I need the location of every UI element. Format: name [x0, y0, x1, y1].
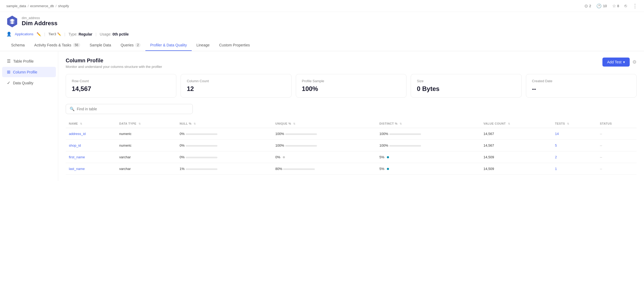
unique-bar [283, 168, 315, 170]
cell-unique: 100% [272, 128, 376, 140]
unique-pct-value: 80% [275, 167, 282, 171]
sort-unique-icon[interactable]: ⇅ [293, 122, 296, 125]
sidebar: ☰ Table Profile ⊞ Column Profile ✓ Data … [0, 51, 58, 181]
tab-lineage[interactable]: Lineage [192, 40, 214, 51]
null-pct-value: 0% [180, 132, 185, 136]
status-value: -- [600, 132, 602, 136]
cell-distinct: 100% [376, 128, 480, 140]
breadcrumb-sep-2: / [56, 4, 57, 8]
sidebar-item-data-quality[interactable]: ✓ Data Quality [2, 78, 56, 88]
star-button[interactable]: ☆ 8 [612, 3, 619, 8]
activity-badge: 56 [73, 43, 80, 47]
share-button[interactable]: ⎋ [624, 3, 627, 8]
settings-icon[interactable]: ⚙ [632, 59, 637, 65]
history-button[interactable]: 🕐 10 [596, 3, 607, 8]
sort-tests-icon[interactable]: ⇅ [567, 122, 569, 125]
distinct-dot [387, 168, 389, 170]
entity-header: dim_address Dim Address [0, 12, 644, 30]
more-options-button[interactable]: ⋮ [632, 3, 638, 9]
cell-tests: 14 [552, 128, 597, 140]
cell-datatype: varchar [116, 163, 176, 175]
edit-tier-icon[interactable]: ✏️ [57, 32, 61, 36]
applications-link[interactable]: Applications [15, 32, 33, 36]
tests-link[interactable]: 5 [555, 143, 557, 147]
breadcrumb-sep-1: / [28, 4, 29, 8]
tests-link[interactable]: 2 [555, 155, 557, 159]
status-value: -- [600, 155, 602, 159]
unique-bar [285, 145, 317, 147]
tab-activity-feeds[interactable]: Activity Feeds & Tasks 56 [29, 40, 85, 51]
add-test-button[interactable]: Add Test ▾ [602, 58, 630, 67]
stat-label-profile-sample: Profile Sample [302, 79, 400, 83]
sort-null-icon[interactable]: ⇅ [194, 122, 196, 125]
unique-pct-value: 100% [275, 143, 284, 147]
search-input[interactable] [77, 107, 189, 111]
sort-distinct-icon[interactable]: ⇅ [400, 122, 402, 125]
distinct-pct-value: 100% [379, 143, 388, 147]
tab-queries[interactable]: Queries 2 [116, 40, 145, 51]
entity-title: Dim Address [22, 20, 57, 27]
watch-button[interactable]: ⊙ 2 [584, 3, 591, 8]
tab-schema[interactable]: Schema [6, 40, 29, 51]
main-content: ☰ Table Profile ⊞ Column Profile ✓ Data … [0, 51, 644, 181]
sidebar-label-data-quality: Data Quality [13, 81, 33, 85]
type-item: Type: Regular [69, 32, 92, 36]
stat-card-created-date: Created Date -- [526, 74, 637, 98]
cell-status: -- [597, 128, 637, 140]
cell-tests: 1 [552, 163, 597, 175]
stat-label-created-date: Created Date [532, 79, 630, 83]
th-status: STATUS [597, 119, 637, 128]
table-row: first_name varchar 0% 0% 5% 14,509 2 -- [66, 151, 637, 163]
column-link[interactable]: address_id [69, 132, 86, 136]
stat-label-size: Size [417, 79, 515, 83]
table-row: address_id numeric 0% 100% 100% 14,567 1… [66, 128, 637, 140]
cell-value-count: 14,567 [480, 128, 552, 140]
th-value-count: VALUE COUNT ⇅ [480, 119, 552, 128]
column-link[interactable]: first_name [69, 155, 85, 159]
sidebar-item-table-profile[interactable]: ☰ Table Profile [2, 56, 56, 66]
th-distinct: DISTINCT % ⇅ [376, 119, 480, 128]
search-bar[interactable]: 🔍 [66, 104, 193, 114]
history-icon: 🕐 [596, 3, 602, 8]
breadcrumb-item-3[interactable]: shopify [58, 4, 69, 8]
table-profile-icon: ☰ [7, 59, 11, 64]
status-value: -- [600, 167, 602, 171]
edit-applications-icon[interactable]: ✏️ [37, 32, 41, 36]
tab-sample-data[interactable]: Sample Data [85, 40, 116, 51]
null-pct-value: 1% [180, 167, 185, 171]
column-profile-table: NAME ⇅ DATA TYPE ⇅ NULL % ⇅ UNIQUE % ⇅ [66, 119, 637, 175]
cell-tests: 5 [552, 140, 597, 151]
add-test-label: Add Test [607, 60, 621, 64]
sort-datatype-icon[interactable]: ⇅ [138, 122, 141, 125]
breadcrumb-item-2[interactable]: ecommerce_db [30, 4, 54, 8]
distinct-pct-value: 100% [379, 132, 388, 136]
star-count: 8 [617, 4, 619, 8]
cell-datatype: varchar [116, 151, 176, 163]
cell-value-count: 14,509 [480, 163, 552, 175]
column-link[interactable]: shop_id [69, 143, 81, 147]
stats-row: Row Count 14,567 Column Count 12 Profile… [66, 74, 637, 98]
tag-divider-2: | [64, 32, 65, 36]
stat-label-row-count: Row Count [72, 79, 170, 83]
sort-name-icon[interactable]: ⇅ [80, 122, 82, 125]
distinct-pct-value: 5% [379, 155, 384, 159]
null-bar [186, 157, 217, 158]
breadcrumb-item-1[interactable]: sample_data [6, 4, 26, 8]
tab-profiler[interactable]: Profiler & Data Quality [145, 40, 192, 51]
tests-link[interactable]: 1 [555, 167, 557, 171]
cell-distinct: 100% [376, 140, 480, 151]
person-icon: 👤 [6, 32, 12, 37]
sort-valuecount-icon[interactable]: ⇅ [508, 122, 510, 125]
tab-custom-properties[interactable]: Custom Properties [214, 40, 255, 51]
tests-link[interactable]: 14 [555, 132, 559, 136]
entity-subtitle: dim_address [22, 16, 57, 20]
topbar: sample_data / ecommerce_db / shopify ⊙ 2… [0, 0, 644, 12]
stat-value-size: 0 Bytes [417, 85, 515, 93]
type-label: Type: [69, 32, 78, 36]
column-link[interactable]: last_name [69, 167, 85, 171]
usage-item: Usage: 0th pctile [100, 32, 129, 36]
sidebar-item-column-profile[interactable]: ⊞ Column Profile [2, 67, 56, 77]
cell-status: -- [597, 151, 637, 163]
entity-icon [6, 16, 18, 27]
table-body: address_id numeric 0% 100% 100% 14,567 1… [66, 128, 637, 175]
